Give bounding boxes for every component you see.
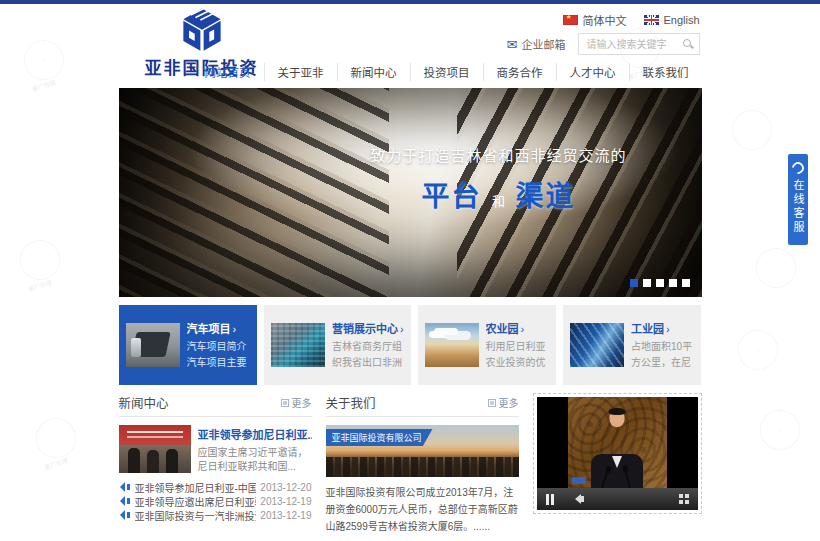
news-item-text: 亚非领导应邀出席尼日利亚驻沪总... xyxy=(135,494,257,509)
industrial-photo xyxy=(570,323,624,367)
about-section: 关于我们 更多 亚非国际投资有限公司 亚非国际投资有限公司成立2013年7月，注… xyxy=(326,393,519,535)
about-more-link[interactable]: 更多 xyxy=(488,395,519,410)
news-list-item[interactable]: 亚非国际投资与一汽非洲投资公司... 2013-12-19 xyxy=(119,508,312,522)
tv-station-badge xyxy=(572,477,586,484)
carousel-dots xyxy=(630,279,690,287)
news-item-text: 亚非国际投资与一汽非洲投资公司... xyxy=(135,508,257,523)
enterprise-mailbox-link[interactable]: ✉ 企业邮箱 xyxy=(507,36,566,52)
video-player xyxy=(533,393,702,514)
feature-auto-project[interactable]: 汽车项目› 汽车项目简介 汽车项目主要经营... xyxy=(119,305,257,385)
chevron-right-icon: › xyxy=(400,323,404,335)
about-skyline-photo[interactable]: 亚非国际投资有限公司 xyxy=(326,425,519,477)
watermark xyxy=(738,330,778,370)
carousel-dot-2[interactable] xyxy=(643,279,651,287)
watermark xyxy=(732,110,772,150)
news-list: 亚非领导参加尼日利亚-中国商务... 2013-12-20 亚非领导应邀出席尼日… xyxy=(119,480,312,522)
watermark: 星广传媒 xyxy=(20,240,60,290)
mailbox-label: 企业邮箱 xyxy=(522,36,566,52)
volume-icon[interactable] xyxy=(575,494,581,504)
nav-talent[interactable]: 人才中心 xyxy=(556,63,629,81)
video-section xyxy=(533,393,702,535)
featured-news-photo xyxy=(119,425,191,473)
page: 亚非国际投资 简体中文 English ✉ 企业邮箱 xyxy=(0,0,820,541)
search-icon[interactable] xyxy=(682,38,694,50)
speaker-body xyxy=(591,454,643,488)
news-section: 新闻中心 更多 亚非领导参加尼日利亚... 应国家主席习近平邀请，尼日利亚联邦共… xyxy=(119,393,312,535)
speaker-icon xyxy=(127,498,130,504)
carousel-dot-4[interactable] xyxy=(669,279,677,287)
featured-news-title: 亚非领导参加尼日利亚... xyxy=(198,426,312,442)
nav-contact[interactable]: 联系我们 xyxy=(629,63,702,81)
news-item-text: 亚非领导参加尼日利亚-中国商务... xyxy=(135,480,257,495)
header: 亚非国际投资 简体中文 English ✉ 企业邮箱 xyxy=(0,4,820,88)
banner-slogan-line2: 平台 和 渠道 xyxy=(334,174,664,214)
feature-agriculture-park[interactable]: 农业园› 利用尼日利亚农业投资的优惠政策... xyxy=(418,305,556,385)
chevron-right-icon: › xyxy=(521,323,525,335)
banner-keyword-platform: 平台 xyxy=(422,181,482,212)
watermark xyxy=(756,248,796,288)
about-text: 亚非国际投资有限公司成立2013年7月，注册资金6000万元人民币，总部位于高新… xyxy=(326,484,519,535)
nav-home[interactable]: 网站首页 xyxy=(192,63,264,81)
news-item-date: 2013-12-19 xyxy=(260,496,311,507)
farmland-photo xyxy=(425,323,479,367)
lang-english[interactable]: English xyxy=(644,14,699,26)
search-box xyxy=(578,33,700,55)
fullscreen-icon[interactable] xyxy=(679,494,689,504)
lang-chinese[interactable]: 简体中文 xyxy=(563,12,626,28)
news-more-link[interactable]: 更多 xyxy=(281,395,312,410)
language-switcher: 简体中文 English xyxy=(563,12,699,28)
banner-keyword-channel: 渠道 xyxy=(515,181,575,212)
carousel-dot-3[interactable] xyxy=(656,279,664,287)
more-icon xyxy=(488,399,496,407)
carousel-dot-5[interactable] xyxy=(682,279,690,287)
news-item-date: 2013-12-19 xyxy=(260,510,311,521)
carousel-dot-1[interactable] xyxy=(630,279,638,287)
watermark: 星广传媒 xyxy=(36,418,76,468)
content-columns: 新闻中心 更多 亚非领导参加尼日利亚... 应国家主席习近平邀请，尼日利亚联邦共… xyxy=(119,393,702,535)
feature-industrial-park[interactable]: 工业园› 占地面积10平方公里，在尼日利... xyxy=(563,305,701,385)
chevron-right-icon: › xyxy=(233,323,237,335)
featured-news[interactable]: 亚非领导参加尼日利亚... 应国家主席习近平邀请，尼日利亚联邦共和国... xyxy=(119,425,312,474)
nav-projects[interactable]: 投资项目 xyxy=(410,63,483,81)
feature-title: 农业园 xyxy=(486,323,519,335)
hero-banner[interactable]: 致力于打造吉林省和西非经贸交流的 平台 和 渠道 xyxy=(119,88,702,297)
news-section-title: 新闻中心 xyxy=(119,393,169,412)
video-screen[interactable] xyxy=(537,397,698,488)
utility-row: ✉ 企业邮箱 xyxy=(507,33,700,55)
feature-desc: 汽车项目简介 汽车项目主要经营... xyxy=(187,339,250,371)
lang-chinese-label: 简体中文 xyxy=(582,12,626,28)
feature-title: 营销展示中心 xyxy=(332,323,398,335)
cube-logo-icon xyxy=(177,7,227,54)
online-service-label: 在线客服 xyxy=(790,179,806,235)
pause-button[interactable] xyxy=(546,494,549,505)
nav-about[interactable]: 关于亚非 xyxy=(264,63,337,81)
feature-title: 汽车项目 xyxy=(187,323,231,335)
more-icon xyxy=(281,399,289,407)
feature-boxes: 汽车项目› 汽车项目简介 汽车项目主要经营... 营销展示中心› 吉林省商务厅组… xyxy=(119,305,702,385)
featured-news-excerpt: 应国家主席习近平邀请，尼日利亚联邦共和国... xyxy=(198,446,312,474)
nav-business[interactable]: 商务合作 xyxy=(483,63,556,81)
feature-desc: 利用尼日利亚农业投资的优惠政策... xyxy=(486,339,549,371)
banner-conjunction: 和 xyxy=(492,194,505,209)
watermark xyxy=(760,410,800,450)
feature-title: 工业园 xyxy=(631,323,664,335)
about-more-label: 更多 xyxy=(499,395,519,410)
online-service-tab[interactable]: 在线客服 xyxy=(788,154,808,245)
news-list-item[interactable]: 亚非领导应邀出席尼日利亚驻沪总... 2013-12-19 xyxy=(119,494,312,508)
news-list-item[interactable]: 亚非领导参加尼日利亚-中国商务... 2013-12-20 xyxy=(119,480,312,494)
search-input[interactable] xyxy=(585,38,682,51)
video-controls xyxy=(537,488,698,510)
nav-news[interactable]: 新闻中心 xyxy=(337,63,410,81)
uk-flag-icon xyxy=(644,15,659,25)
speaker-icon xyxy=(127,512,130,518)
news-item-date: 2013-12-20 xyxy=(260,482,311,493)
feature-desc: 吉林省商务厅组织我省出口非洲企... xyxy=(332,339,404,371)
about-photo-tag: 亚非国际投资有限公司 xyxy=(326,429,433,446)
main-nav: 网站首页 关于亚非 新闻中心 投资项目 商务合作 人才中心 联系我们 xyxy=(192,63,702,81)
feature-marketing-center[interactable]: 营销展示中心› 吉林省商务厅组织我省出口非洲企... xyxy=(264,305,411,385)
envelope-icon: ✉ xyxy=(507,38,518,51)
china-flag-icon xyxy=(563,15,578,25)
headset-icon xyxy=(790,160,807,177)
speaker-icon xyxy=(127,484,130,490)
chevron-right-icon: › xyxy=(666,323,670,335)
